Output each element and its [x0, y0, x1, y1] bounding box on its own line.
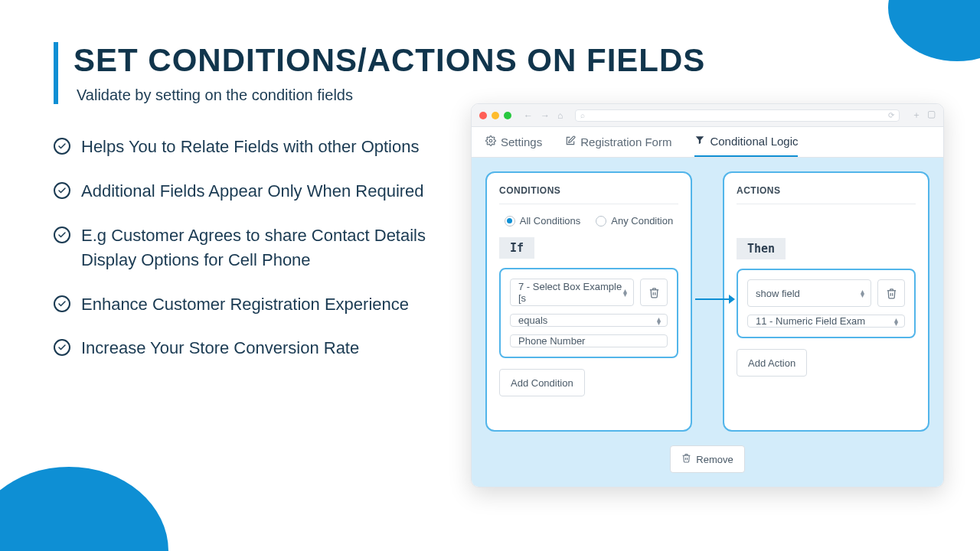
browser-window: ← → ⌂ ⌕ ⟳ ＋ ▢ Settings Registration Form: [471, 103, 944, 487]
tab-settings[interactable]: Settings: [485, 135, 542, 157]
window-min-icon[interactable]: [492, 112, 499, 119]
action-type-select[interactable]: show field ▴▾: [747, 279, 871, 307]
list-item: Increase Your Store Conversion Rate: [54, 336, 459, 360]
svg-point-0: [489, 139, 492, 142]
button-label: Remove: [696, 454, 733, 465]
check-icon: [54, 339, 70, 356]
window-close-icon[interactable]: [479, 112, 487, 119]
list-item-text: Enhance Customer Registration Experience: [81, 292, 409, 317]
check-icon: [54, 227, 70, 243]
svg-marker-3: [729, 295, 735, 304]
add-action-button[interactable]: Add Action: [737, 349, 807, 377]
back-icon[interactable]: ←: [524, 110, 533, 121]
if-badge: If: [499, 237, 534, 259]
list-item-text: Additional Fields Appear Only When Requi…: [81, 179, 424, 204]
select-value: 7 - Select Box Example [s: [518, 281, 623, 304]
delete-condition-button[interactable]: [640, 279, 668, 306]
condition-value-input[interactable]: Phone Number: [510, 334, 668, 347]
tab-conditional-logic[interactable]: Conditional Logic: [694, 135, 798, 157]
list-item: Enhance Customer Registration Experience: [54, 292, 459, 317]
trash-icon: [681, 453, 691, 465]
remove-rule-button[interactable]: Remove: [670, 445, 744, 473]
actions-panel: ACTIONS Then show field ▴▾ 11 - Nu: [723, 171, 929, 432]
chevron-updown-icon: ▴▾: [657, 317, 659, 324]
add-condition-button[interactable]: Add Condition: [499, 369, 585, 396]
condition-operator-select[interactable]: equals ▴▾: [510, 314, 668, 327]
condition-card: 7 - Select Box Example [s ▴▾ equals ▴▾ P…: [499, 268, 678, 358]
edit-icon: [565, 135, 576, 148]
action-card: show field ▴▾ 11 - Numeric Field Exam ▴▾: [737, 269, 916, 338]
delete-action-button[interactable]: [877, 279, 905, 307]
radio-icon: [505, 216, 515, 227]
search-icon: ⌕: [580, 111, 585, 119]
decorative-blob: [0, 467, 168, 551]
chevron-updown-icon: ▴▾: [861, 289, 863, 297]
input-value: Phone Number: [518, 335, 585, 347]
url-bar[interactable]: ⌕ ⟳: [575, 109, 900, 122]
browser-chrome: ← → ⌂ ⌕ ⟳ ＋ ▢: [472, 104, 943, 127]
home-icon[interactable]: ⌂: [557, 110, 563, 121]
gear-icon: [485, 135, 496, 148]
page-subtitle: Validate by setting on the condition fie…: [74, 86, 942, 104]
page-title: SET CONDITIONS/ACTIONS ON FIELDS: [74, 42, 942, 79]
refresh-icon[interactable]: ⟳: [888, 111, 894, 119]
list-item: Helps You to Relate Fields with other Op…: [54, 135, 459, 159]
condition-field-select[interactable]: 7 - Select Box Example [s ▴▾: [510, 279, 634, 306]
conditions-panel: CONDITIONS All Conditions Any Condition …: [485, 171, 692, 432]
chevron-updown-icon: ▴▾: [623, 289, 626, 296]
tab-label: Conditional Logic: [710, 135, 798, 148]
radio-icon: [596, 216, 606, 227]
action-target-select[interactable]: 11 - Numeric Field Exam ▴▾: [747, 315, 905, 328]
chevron-updown-icon: ▴▾: [894, 318, 897, 325]
conditions-heading: CONDITIONS: [499, 185, 678, 204]
select-value: show field: [756, 288, 800, 299]
button-label: Add Action: [748, 357, 795, 369]
then-badge: Then: [737, 238, 786, 259]
button-label: Add Condition: [511, 377, 573, 389]
select-value: equals: [518, 315, 547, 326]
radio-label: All Conditions: [520, 215, 581, 227]
filter-icon: [694, 135, 705, 148]
svg-marker-1: [696, 136, 704, 144]
list-item-text: E.g Customer Agrees to share Contact Det…: [81, 223, 459, 272]
tab-label: Registration Form: [580, 135, 671, 148]
list-item: Additional Fields Appear Only When Requi…: [54, 179, 459, 204]
forward-icon[interactable]: →: [541, 110, 550, 121]
radio-any-condition[interactable]: Any Condition: [596, 215, 673, 227]
tab-registration-form[interactable]: Registration Form: [565, 135, 671, 157]
tabs-icon[interactable]: ▢: [927, 109, 936, 122]
actions-heading: ACTIONS: [737, 185, 916, 204]
window-max-icon[interactable]: [504, 112, 511, 119]
check-icon: [54, 295, 70, 312]
tab-bar: Settings Registration Form Conditional L…: [472, 127, 943, 158]
list-item-text: Increase Your Store Conversion Rate: [81, 336, 359, 360]
tab-label: Settings: [501, 135, 542, 148]
list-item-text: Helps You to Relate Fields with other Op…: [81, 135, 419, 159]
list-item: E.g Customer Agrees to share Contact Det…: [54, 223, 459, 272]
flow-arrow: [695, 292, 735, 293]
radio-all-conditions[interactable]: All Conditions: [505, 215, 581, 227]
radio-label: Any Condition: [611, 215, 673, 227]
check-icon: [54, 138, 70, 155]
select-value: 11 - Numeric Field Exam: [756, 315, 865, 327]
new-tab-icon[interactable]: ＋: [912, 109, 921, 122]
check-icon: [54, 182, 70, 199]
